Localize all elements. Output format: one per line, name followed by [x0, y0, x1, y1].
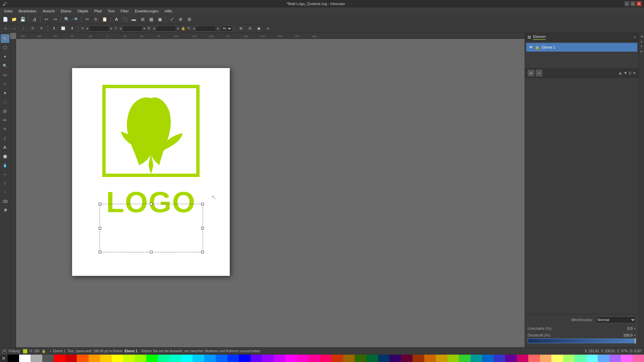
close-button[interactable]: ✕ [637, 1, 641, 6]
layers-tab[interactable]: Ebenen [533, 35, 546, 40]
text-tool[interactable]: A [1, 143, 9, 152]
palette-color[interactable] [505, 355, 517, 362]
grid-btn[interactable]: ⊞ [185, 16, 193, 23]
palette-color[interactable] [42, 355, 54, 362]
palette-color[interactable] [424, 355, 436, 362]
group-btn[interactable]: ▦ [147, 16, 155, 23]
palette-color[interactable] [401, 355, 413, 362]
align-bot-btn[interactable]: ⬇ [68, 25, 76, 32]
align-left-btn[interactable]: ⬛ [121, 16, 129, 23]
menu-erweiterungen[interactable]: Erweiterungen [132, 8, 161, 14]
palette-color[interactable] [598, 355, 609, 362]
palette-color[interactable] [378, 355, 390, 362]
palette-color[interactable] [563, 355, 575, 362]
snap-btn-1[interactable]: ◀ [640, 34, 644, 38]
palette-color[interactable] [262, 355, 274, 362]
dropper-tool[interactable]: 💧 [1, 161, 9, 170]
palette-color[interactable] [7, 355, 19, 362]
palette-color[interactable] [135, 355, 147, 362]
snap-grid-btn[interactable]: ⊟ [246, 25, 254, 32]
palette-color[interactable] [528, 355, 540, 362]
undo-button[interactable]: ↩ [42, 16, 50, 23]
save-button[interactable]: 💾 [19, 16, 27, 23]
palette-color[interactable] [158, 355, 170, 362]
opacity-slider-track[interactable] [528, 339, 636, 343]
spray-tool[interactable]: ⁘ [1, 188, 9, 197]
add-layer-btn[interactable]: + [528, 70, 534, 76]
palette-color[interactable] [343, 355, 355, 362]
palette-color[interactable] [586, 355, 598, 362]
palette-color[interactable] [285, 355, 297, 362]
zoom-in-button[interactable]: 🔍 [63, 16, 71, 23]
snap-btn[interactable]: ⊕ [176, 16, 184, 23]
palette-color[interactable] [77, 355, 89, 362]
x-inc-arrow[interactable]: ▸ [110, 26, 113, 30]
connector-tool[interactable]: ⌁ [1, 170, 9, 179]
node-tool[interactable]: ⬡ [1, 43, 9, 52]
menu-objekt[interactable]: Objekt [75, 8, 91, 14]
paste-button[interactable]: 📋 [101, 16, 109, 23]
palette-color[interactable] [551, 355, 563, 362]
palette-color[interactable] [204, 355, 216, 362]
palette-color[interactable] [494, 355, 505, 362]
layer-visible-icon[interactable]: 👁 [529, 45, 533, 50]
h-input[interactable]: 54,650 [196, 25, 216, 32]
palette-color[interactable] [19, 355, 31, 362]
palette-color[interactable] [621, 355, 633, 362]
view-btn1[interactable]: ⧈ [264, 25, 272, 32]
flip-h-btn[interactable]: ↔ [10, 25, 18, 32]
minimize-button[interactable]: − [625, 1, 629, 6]
zoom-tool[interactable]: 🔍 [1, 61, 9, 70]
snap-btn-3[interactable]: ▼ [640, 44, 644, 48]
menu-ebene[interactable]: Ebene [58, 8, 74, 14]
maximize-button[interactable]: □ [631, 1, 635, 6]
palette-color[interactable] [297, 355, 309, 362]
calligraphy-tool[interactable]: ∫ [1, 134, 9, 142]
palette-color[interactable] [471, 355, 482, 362]
y-input[interactable]: 186,106 [122, 25, 143, 32]
text-tool-btn[interactable]: A [112, 16, 120, 23]
palette-color[interactable] [320, 355, 332, 362]
h-inc-arrow[interactable]: ▸ [217, 26, 219, 30]
palette-color[interactable] [112, 355, 123, 362]
ungroup-btn[interactable]: ▣ [156, 16, 164, 23]
palette-color[interactable] [366, 355, 378, 362]
palette-color[interactable] [331, 355, 343, 362]
y-dec-arrow[interactable]: ◂ [119, 26, 121, 30]
layer-close-btn[interactable]: ✕ [633, 71, 636, 75]
print-button[interactable]: 🖨 [31, 16, 39, 23]
menu-filter[interactable]: Filter [118, 8, 131, 14]
y-inc-arrow[interactable]: ▸ [144, 26, 146, 30]
no-fill-indicator[interactable]: ✕ [2, 349, 7, 354]
no-color-btn[interactable]: ✕ [0, 355, 7, 362]
palette-color[interactable] [609, 355, 621, 362]
align-center-btn[interactable]: ▬ [130, 16, 138, 23]
snap-btn-2[interactable]: ▲ [640, 39, 644, 43]
gradient-tool[interactable]: ⬤ [1, 152, 9, 161]
pencil-tool[interactable]: ✎ [1, 125, 9, 133]
lock-icon[interactable]: 🔒 [180, 26, 186, 30]
pen-tool[interactable]: ✏ [1, 116, 9, 124]
snap-bbox-btn[interactable]: ▣ [255, 25, 263, 32]
eraser-tool[interactable]: ⌫ [1, 197, 9, 206]
redo-button[interactable]: ↪ [51, 16, 59, 23]
palette-color[interactable] [251, 355, 262, 362]
palette-color[interactable] [482, 355, 494, 362]
w-dec-arrow[interactable]: ◂ [153, 26, 155, 30]
palette-color[interactable] [517, 355, 529, 362]
palette-color[interactable] [274, 355, 285, 362]
palette-color[interactable] [216, 355, 227, 362]
layer-down-btn[interactable]: ▼ [624, 71, 628, 75]
palette-color[interactable] [193, 355, 204, 362]
select-all-btn[interactable]: ⊹ [1, 25, 9, 32]
palette-color[interactable] [413, 355, 424, 362]
x-input[interactable]: 41,493 [89, 25, 109, 32]
palette-color[interactable] [65, 355, 77, 362]
h-dec-arrow[interactable]: ◂ [193, 26, 195, 30]
unit-select[interactable]: mm px pt [220, 25, 232, 32]
menu-hilfe[interactable]: Hilfe [162, 8, 175, 14]
layer-dup-btn[interactable]: ⎘ [629, 71, 631, 75]
align-mid-btn[interactable]: ⬜ [59, 25, 67, 32]
x-dec-arrow[interactable]: ◂ [86, 26, 88, 30]
palette-color[interactable] [181, 355, 193, 362]
